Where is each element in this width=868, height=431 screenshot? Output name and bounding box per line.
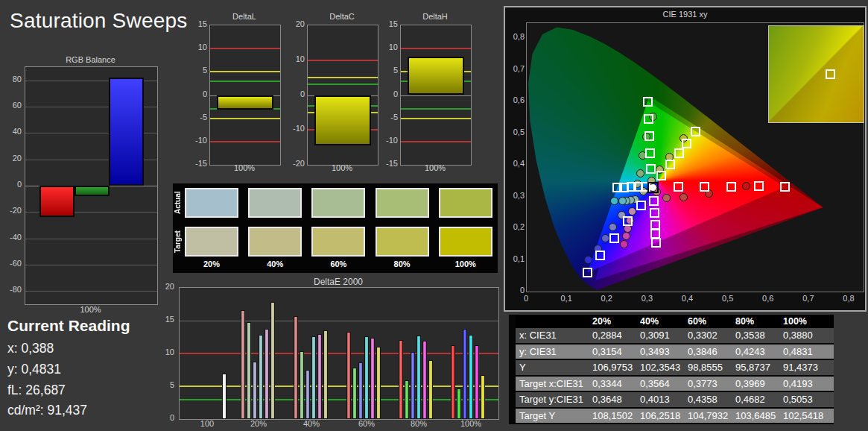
swatch-col-label: 60% — [311, 259, 365, 268]
limit-line-green — [308, 84, 378, 85]
cie-y-tick: 0,2 — [507, 222, 525, 231]
rgb-gridline — [25, 291, 157, 292]
cie-x-tick: 0,4 — [679, 294, 697, 303]
table-cell: 102,3543 — [640, 362, 688, 373]
table-cell: 91,4373 — [783, 362, 831, 373]
rgb-tick-label: -20 — [1, 206, 22, 215]
table-header-cell: 20% — [592, 316, 640, 327]
table-row: Target Y108,1502106,2518104,7932103,6485… — [509, 409, 834, 425]
table-row-strip — [509, 328, 516, 343]
swatch-col-label: 80% — [376, 259, 429, 268]
table-cell: 103,6485 — [735, 410, 783, 421]
delta-tick-label: -5 — [383, 113, 398, 122]
delta-tick-label: -5 — [192, 113, 207, 122]
table-cell: 0,3564 — [640, 378, 688, 389]
deltae-bar — [294, 316, 298, 419]
cie-y-tick: 0,4 — [507, 159, 525, 168]
delta-chart-deltac: DeltaC20100-10-20100% — [290, 12, 381, 172]
table-cell: 0,3493 — [640, 346, 688, 357]
deltae-bar — [305, 370, 310, 419]
delta-chart-title: DeltaH — [400, 12, 470, 21]
swatch-actual — [311, 188, 365, 218]
table-row-label: Target Y — [516, 410, 592, 421]
delta-tick-label: -10 — [192, 136, 207, 145]
table-header-cell: 40% — [640, 316, 688, 327]
cie-y-tick: 0,6 — [507, 95, 525, 104]
target-square — [609, 233, 619, 243]
table-row-label: y: CIE31 — [516, 346, 592, 357]
table-cell: 0,5053 — [783, 394, 831, 405]
table-cell: 95,8737 — [735, 362, 783, 373]
white-point-marker — [647, 182, 659, 193]
table-cell: 0,3969 — [735, 378, 783, 389]
deltae-tick-label: 10 — [158, 347, 174, 356]
deltae-bar — [270, 302, 275, 419]
rgb-gridline — [25, 239, 157, 239]
target-square — [651, 238, 661, 248]
swatch-actual — [248, 188, 302, 218]
limit-line-green — [210, 81, 280, 82]
deltae-bar — [247, 322, 251, 419]
deltae-tick-label: 5 — [158, 380, 174, 389]
cie-y-tick: 0,8 — [507, 32, 525, 41]
target-square — [674, 182, 683, 192]
deltae-bar — [463, 329, 467, 419]
delta-chart-plot — [307, 25, 378, 166]
target-square — [612, 183, 622, 192]
cie-x-tick: 0,6 — [759, 294, 777, 303]
target-square — [645, 148, 655, 158]
target-square — [595, 251, 605, 260]
deltae-bar — [311, 336, 316, 419]
delta-chart-deltah: DeltaH151050-5-10-15100% — [383, 12, 474, 172]
cie-x-tick: 0,5 — [719, 294, 737, 303]
deltae-bar — [259, 335, 263, 419]
table-cell: 98,8555 — [688, 362, 735, 373]
delta-chart-x-label: 100% — [307, 163, 377, 172]
delta-chart-x-label: 100% — [209, 163, 279, 172]
deltae-bar — [300, 351, 304, 419]
target-square — [644, 114, 653, 124]
deltae-bar — [405, 380, 409, 419]
measured-point — [679, 193, 688, 201]
cie-x-tick: 0,7 — [799, 294, 817, 303]
table-row-label: x: CIE31 — [516, 330, 592, 341]
cie-y-tick: 0,3 — [507, 191, 525, 200]
target-square — [636, 201, 646, 210]
cie-x-tick: 0,3 — [638, 294, 656, 303]
deltae-bar — [451, 345, 455, 419]
table-cell: 0,3880 — [783, 330, 831, 341]
swatch-target — [376, 227, 429, 257]
rgb-tick-label: -80 — [1, 285, 22, 294]
target-square — [646, 164, 656, 174]
cie-x-tick: 0,2 — [598, 294, 615, 303]
table-cell: 0,3154 — [592, 346, 640, 357]
rgb-balance-chart — [25, 66, 158, 305]
limit-line-yellow — [401, 118, 471, 119]
cie-x-tick: 0,8 — [840, 294, 858, 303]
table-cell: 0,3344 — [592, 378, 640, 389]
table-cell: 106,2518 — [640, 410, 688, 421]
table-cell: 0,3773 — [688, 378, 735, 389]
deltae-chart — [179, 287, 499, 420]
swatch-target — [185, 227, 238, 257]
table-cell: 0,3302 — [688, 330, 735, 341]
measured-point — [622, 232, 630, 240]
cie-x-tick: 0,1 — [557, 294, 575, 303]
delta-chart-title: DeltaC — [307, 12, 377, 21]
measured-point — [618, 197, 627, 205]
table-row-strip — [509, 409, 516, 424]
target-square — [674, 148, 684, 158]
table-cell: 0,3091 — [640, 330, 688, 341]
limit-line-red — [210, 48, 280, 49]
delta-tick-label: 10 — [290, 54, 305, 63]
limit-line-red — [401, 141, 471, 142]
delta-tick-label: 15 — [383, 19, 398, 28]
delta-tick-label: 5 — [192, 66, 207, 75]
cie-x-tick: 0 — [517, 294, 535, 303]
target-square — [623, 216, 633, 226]
table-header-cell: 100% — [783, 316, 831, 327]
table-cell: 0,3648 — [592, 394, 640, 405]
swatch-comparison-panel: ActualTarget20%40%60%80%100% — [173, 183, 498, 273]
deltae-bar — [481, 375, 485, 419]
measured-point — [601, 234, 609, 242]
